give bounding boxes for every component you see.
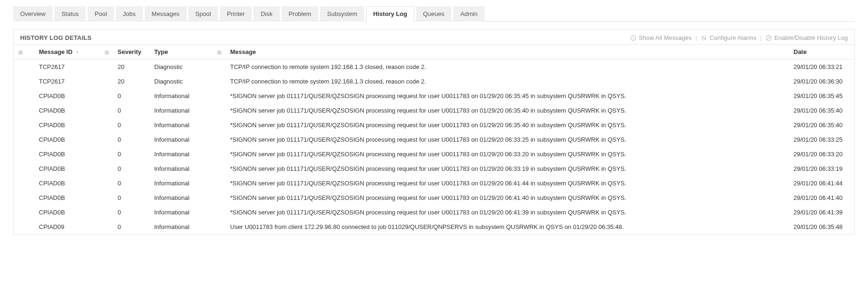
cell-message-id: CPIAD0B	[34, 103, 100, 118]
tab-messages[interactable]: Messages	[145, 6, 187, 22]
cell-message: *SIGNON server job 011171/QUSER/QZSOSIGN…	[225, 118, 789, 132]
cell-severity: 20	[113, 74, 150, 89]
panel-title: HISTORY LOG DETAILS	[20, 34, 92, 41]
tab-jobs[interactable]: Jobs	[116, 6, 142, 22]
table-row[interactable]: CPIAD0B0Informational*SIGNON server job …	[14, 103, 854, 118]
configure-alarms-link[interactable]: Configure Alarms	[701, 34, 756, 41]
filter-dot-icon	[217, 50, 222, 55]
cell-date: 29/01/20 06:41:40	[789, 191, 854, 205]
tab-pool[interactable]: Pool	[88, 6, 114, 22]
tab-disk[interactable]: Disk	[254, 6, 279, 22]
cell-severity: 0	[113, 89, 150, 103]
table-row[interactable]: TCP261720DiagnosticTCP/IP connection to …	[14, 74, 854, 89]
cell-message-id: CPIAD0B	[34, 176, 100, 191]
cell-severity: 0	[113, 103, 150, 118]
column-header-message-id[interactable]: Message ID ↑	[34, 45, 100, 60]
tab-printer[interactable]: Printer	[220, 6, 252, 22]
cell-severity: 0	[113, 220, 150, 234]
cell-message-id: CPIAD0B	[34, 118, 100, 132]
enable-disable-history-log-link[interactable]: Enable/Disable History Log	[765, 34, 848, 41]
cell-type: Informational	[150, 176, 212, 191]
cell-date: 29/01/20 06:35:45	[789, 89, 854, 103]
show-all-messages-link[interactable]: Show All Messages	[630, 34, 692, 41]
enable-disable-history-log-label: Enable/Disable History Log	[774, 34, 848, 41]
column-header-severity[interactable]: Severity	[113, 45, 150, 60]
svg-point-2	[633, 36, 633, 37]
cell-message: TCP/IP connection to remote system 192.1…	[225, 74, 789, 89]
cell-message-id: CPIAD0B	[34, 205, 100, 220]
cell-type: Informational	[150, 118, 212, 132]
panel-actions: Show All Messages | Configure Alarms | E…	[630, 34, 848, 41]
column-filter-severity[interactable]	[100, 45, 113, 60]
cell-severity: 0	[113, 147, 150, 161]
info-icon	[630, 35, 636, 41]
cell-date: 29/01/20 06:33:20	[789, 147, 854, 161]
cell-message: *SIGNON server job 011171/QUSER/QZSOSIGN…	[225, 147, 789, 161]
ban-icon	[765, 35, 772, 41]
tab-problem[interactable]: Problem	[282, 6, 318, 22]
svg-point-5	[702, 36, 703, 38]
cell-message: User U0011783 from client 172.29.96.80 c…	[225, 220, 789, 234]
cell-severity: 0	[113, 176, 150, 191]
cell-date: 29/01/20 06:41:39	[789, 205, 854, 220]
cell-type: Informational	[150, 147, 212, 161]
svg-point-6	[704, 38, 706, 39]
column-header-message[interactable]: Message	[225, 45, 789, 60]
cell-message-id: CPIAD0B	[34, 132, 100, 147]
table-row[interactable]: CPIAD0B0Informational*SIGNON server job …	[14, 147, 854, 161]
cell-date: 29/01/20 06:41:44	[789, 176, 854, 191]
cell-severity: 20	[113, 60, 150, 75]
table-row[interactable]: CPIAD090InformationalUser U0011783 from …	[14, 220, 854, 234]
table-row[interactable]: CPIAD0B0Informational*SIGNON server job …	[14, 132, 854, 147]
tab-spool[interactable]: Spool	[188, 6, 218, 22]
cell-message-id: CPIAD0B	[34, 147, 100, 161]
cell-message: *SIGNON server job 011171/QUSER/QZSOSIGN…	[225, 176, 789, 191]
table-row[interactable]: CPIAD0B0Informational*SIGNON server job …	[14, 205, 854, 220]
cell-message-id: CPIAD0B	[34, 191, 100, 205]
table-row[interactable]: CPIAD0B0Informational*SIGNON server job …	[14, 161, 854, 176]
cell-message-id: CPIAD0B	[34, 161, 100, 176]
tab-queues[interactable]: Queues	[416, 6, 452, 22]
sliders-icon	[701, 35, 707, 41]
cell-severity: 0	[113, 205, 150, 220]
table-row[interactable]: CPIAD0B0Informational*SIGNON server job …	[14, 191, 854, 205]
separator: |	[760, 34, 762, 41]
configure-alarms-label: Configure Alarms	[710, 34, 756, 41]
filter-dot-icon	[105, 50, 109, 55]
cell-message: *SIGNON server job 011171/QUSER/QZSOSIGN…	[225, 191, 789, 205]
column-filter-message-id[interactable]	[14, 45, 34, 60]
table-row[interactable]: TCP261720DiagnosticTCP/IP connection to …	[14, 60, 854, 75]
cell-message: *SIGNON server job 011171/QUSER/QZSOSIGN…	[225, 161, 789, 176]
cell-severity: 0	[113, 161, 150, 176]
table-header-row: Message ID ↑ Severity Type Message Date	[14, 45, 854, 60]
tabbar: OverviewStatusPoolJobsMessagesSpoolPrint…	[13, 6, 855, 22]
table-row[interactable]: CPIAD0B0Informational*SIGNON server job …	[14, 176, 854, 191]
tab-overview[interactable]: Overview	[13, 6, 52, 22]
tab-admin[interactable]: Admin	[453, 6, 485, 22]
table-row[interactable]: CPIAD0B0Informational*SIGNON server job …	[14, 89, 854, 103]
sort-asc-icon: ↑	[76, 49, 79, 55]
cell-date: 29/01/20 06:33:21	[789, 60, 854, 75]
cell-severity: 0	[113, 132, 150, 147]
tab-status[interactable]: Status	[54, 6, 86, 22]
cell-type: Informational	[150, 161, 212, 176]
cell-date: 29/01/20 06:33:19	[789, 161, 854, 176]
panel-header: HISTORY LOG DETAILS Show All Messages | …	[14, 30, 854, 45]
tab-history-log[interactable]: History Log	[366, 6, 414, 22]
cell-message: *SIGNON server job 011171/QUSER/QZSOSIGN…	[225, 205, 789, 220]
column-filter-message[interactable]	[212, 45, 225, 60]
cell-severity: 0	[113, 118, 150, 132]
table-row[interactable]: CPIAD0B0Informational*SIGNON server job …	[14, 118, 854, 132]
tab-subsystem[interactable]: Subsystem	[320, 6, 364, 22]
history-log-table: Message ID ↑ Severity Type Message Date …	[14, 45, 854, 234]
filter-dot-icon	[18, 50, 23, 55]
cell-message: *SIGNON server job 011171/QUSER/QZSOSIGN…	[225, 89, 789, 103]
column-header-type[interactable]: Type	[150, 45, 212, 60]
show-all-messages-label: Show All Messages	[639, 34, 692, 41]
column-header-date[interactable]: Date	[789, 45, 854, 60]
cell-message-id: CPIAD0B	[34, 89, 100, 103]
cell-type: Diagnostic	[150, 74, 212, 89]
cell-message: *SIGNON server job 011171/QUSER/QZSOSIGN…	[225, 132, 789, 147]
cell-type: Informational	[150, 89, 212, 103]
cell-type: Informational	[150, 205, 212, 220]
